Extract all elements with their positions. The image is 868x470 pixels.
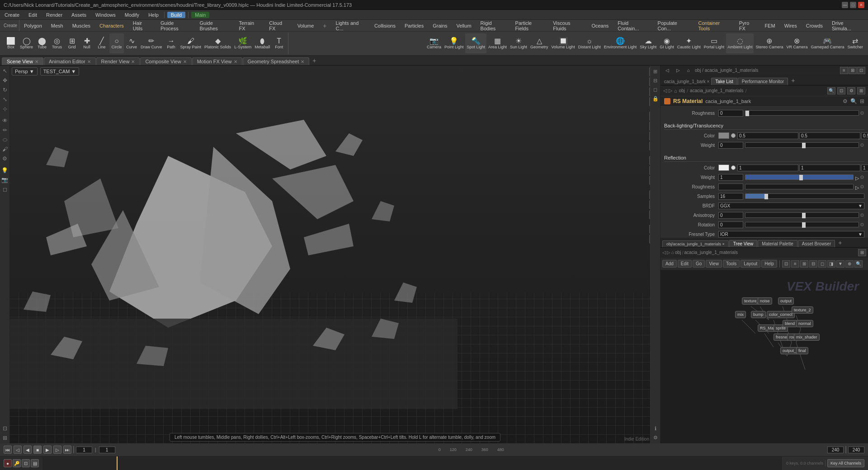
reflection-weight-input[interactable] xyxy=(718,174,743,181)
tb-rigid-bodies[interactable]: Rigid Bodies xyxy=(476,20,511,32)
vr-camera-tool[interactable]: ⊗ VR Camera xyxy=(785,33,809,53)
roughness-slider[interactable] xyxy=(745,110,859,116)
rs-obj-path[interactable]: obj xyxy=(679,88,685,93)
roughness-input[interactable] xyxy=(718,110,743,117)
reflection-color-swatch[interactable] xyxy=(718,164,729,171)
tl-stop[interactable]: ■ xyxy=(33,446,42,454)
rp-fwd-btn[interactable]: ▷ xyxy=(674,67,682,73)
fresnel-dropdown[interactable]: IOR ▼ xyxy=(718,231,864,238)
menu-assets[interactable]: Assets xyxy=(67,10,91,20)
tab-close-render[interactable]: ✕ xyxy=(131,59,135,64)
ng-tab-asset-browser[interactable]: Asset Browser xyxy=(798,240,835,247)
sphere-tool[interactable]: ◯ Sphere xyxy=(19,33,34,53)
menu-render[interactable]: Render xyxy=(42,10,67,20)
key-all-channels-btn[interactable]: Key All Channels xyxy=(827,459,864,467)
tb-container-tools[interactable]: Container Tools xyxy=(693,20,734,32)
tl-next-frame[interactable]: ▷ xyxy=(53,446,61,454)
lt-grid[interactable]: ⊞ xyxy=(0,433,9,442)
menu-modify[interactable]: Modify xyxy=(120,10,144,20)
tb-grains[interactable]: Grains xyxy=(428,20,452,32)
lt-obj[interactable]: ◻ xyxy=(0,185,9,194)
window-controls[interactable]: — □ ✕ xyxy=(842,2,864,8)
backlighting-color-swatch[interactable] xyxy=(718,132,729,139)
spot-light-tool[interactable]: 🔦 Spot Light xyxy=(465,33,486,53)
tb-collisions[interactable]: Collisions xyxy=(370,20,400,32)
font-tool[interactable]: T Font xyxy=(272,33,286,53)
ng-go-btn[interactable]: Go xyxy=(693,260,705,268)
tl-playback-end[interactable] xyxy=(848,446,864,453)
lt-edit[interactable]: ✏ xyxy=(0,126,9,135)
reflection-color-g[interactable] xyxy=(799,164,860,171)
timeline-scrollbar[interactable] xyxy=(42,456,782,470)
anisotropy-input[interactable] xyxy=(718,212,743,219)
anisotropy-thumb[interactable] xyxy=(802,213,806,218)
geometry-light-tool[interactable]: △ Geometry xyxy=(529,33,550,53)
torus-tool[interactable]: ◎ Torus xyxy=(50,33,64,53)
vp-ri-2[interactable]: ⊟ xyxy=(651,76,660,85)
null-tool[interactable]: ✚ Null xyxy=(80,33,94,53)
lt-sculpt[interactable]: ⬭ xyxy=(0,135,9,144)
rp-view-network[interactable]: ⊡ xyxy=(857,67,865,74)
rp-view-list[interactable]: ≡ xyxy=(840,67,848,74)
ng-layout-btn[interactable]: Layout xyxy=(741,260,760,268)
ng-color-icon[interactable]: ◨ xyxy=(827,260,835,268)
reflection-samples-thumb[interactable] xyxy=(764,194,768,199)
lt-rotate[interactable]: ↻ xyxy=(0,85,9,94)
rs-search2-icon[interactable]: 🔍 xyxy=(850,98,857,104)
ng-view-btn[interactable]: View xyxy=(706,260,722,268)
ng-grid-icon[interactable]: ⊞ xyxy=(800,260,808,268)
menu-edit[interactable]: Edit xyxy=(24,10,42,20)
tab-close-scene[interactable]: ✕ xyxy=(35,59,38,64)
l-system-tool[interactable]: 🌿 L-System xyxy=(233,33,253,53)
timeline-cursor[interactable] xyxy=(117,456,118,470)
rotation-thumb[interactable] xyxy=(802,222,806,228)
ng-link-icon[interactable]: ⊕ xyxy=(845,260,854,268)
tab-motion-fx[interactable]: Motion FX View ✕ xyxy=(192,57,242,65)
lt-paint[interactable]: 🖌 xyxy=(0,145,9,154)
ng-node-icon[interactable]: ◻ xyxy=(818,260,826,268)
line-tool[interactable]: ╱ Line xyxy=(94,33,109,53)
tab-close-geo[interactable]: ✕ xyxy=(301,59,304,64)
rotation-slider[interactable] xyxy=(745,222,859,227)
ng-add-btn[interactable]: Add xyxy=(662,260,677,268)
tb-pyro-fx[interactable]: Pyro FX xyxy=(735,20,760,32)
camera-dropdown[interactable]: TEST_CAM ▼ xyxy=(40,67,80,75)
tl-goto-start[interactable]: ⏮ xyxy=(4,446,12,454)
curve-tool[interactable]: ∿ Curve xyxy=(124,33,139,53)
tb-hair-utils[interactable]: Hair Utils xyxy=(128,20,156,32)
rs-gear-icon[interactable]: ⚙ xyxy=(843,98,848,104)
tab-composite-view[interactable]: Composite View ✕ xyxy=(140,57,191,65)
reflection-weight-thumb[interactable] xyxy=(799,175,803,180)
tl-end-frame[interactable] xyxy=(827,446,844,453)
reflection-color-r[interactable] xyxy=(737,164,798,171)
vp-ri-bottom-2[interactable]: ⚙ xyxy=(651,433,660,442)
rp-material-path[interactable]: acacia_jungle_1_materials xyxy=(705,68,758,73)
sun-light-tool[interactable]: ☀ Sun Light xyxy=(509,33,528,53)
tb-viscous-fluids[interactable]: Viscous Fluids xyxy=(548,20,587,32)
roughness-gear[interactable]: ⚙ xyxy=(860,110,864,116)
rp-back-btn[interactable]: ◁ xyxy=(663,67,671,73)
backlighting-weight-input[interactable] xyxy=(718,142,743,149)
reflection-weight-arrow[interactable]: ▷ xyxy=(855,175,859,179)
ng-table-icon[interactable]: ⊟ xyxy=(809,260,817,268)
backlighting-weight-gear[interactable]: ⚙ xyxy=(860,142,864,148)
gi-light-tool[interactable]: ◉ GI Light xyxy=(658,33,675,53)
rotation-gear[interactable]: ⚙ xyxy=(860,222,864,228)
reflection-samples-slider[interactable] xyxy=(745,193,864,199)
ng-fwd-btn[interactable]: ▷ xyxy=(667,250,670,255)
close-btn[interactable]: ✕ xyxy=(858,2,864,8)
rs-bookmark-btn[interactable]: ⊡ xyxy=(837,87,845,94)
rp-view-grid[interactable]: ⊞ xyxy=(849,67,857,74)
reflection-weight-gear[interactable]: ⚙ xyxy=(860,174,864,180)
lt-handle[interactable]: ⊹ xyxy=(0,104,9,113)
backlighting-g[interactable] xyxy=(799,132,860,139)
tl-start-frame[interactable] xyxy=(99,446,115,453)
rp-tab-add[interactable]: + xyxy=(788,76,797,85)
tab-close-composite[interactable]: ✕ xyxy=(183,59,187,64)
tab-close-motion[interactable]: ✕ xyxy=(234,59,237,64)
ng-tab-tree-view[interactable]: Tree View xyxy=(729,240,757,247)
ng-node-3[interactable]: mix xyxy=(735,311,746,318)
volume-light-tool[interactable]: 🔲 Volume Light xyxy=(550,33,576,53)
ng-node-4[interactable]: bump xyxy=(751,311,766,318)
rs-material-home[interactable]: ⌂ xyxy=(674,88,677,94)
